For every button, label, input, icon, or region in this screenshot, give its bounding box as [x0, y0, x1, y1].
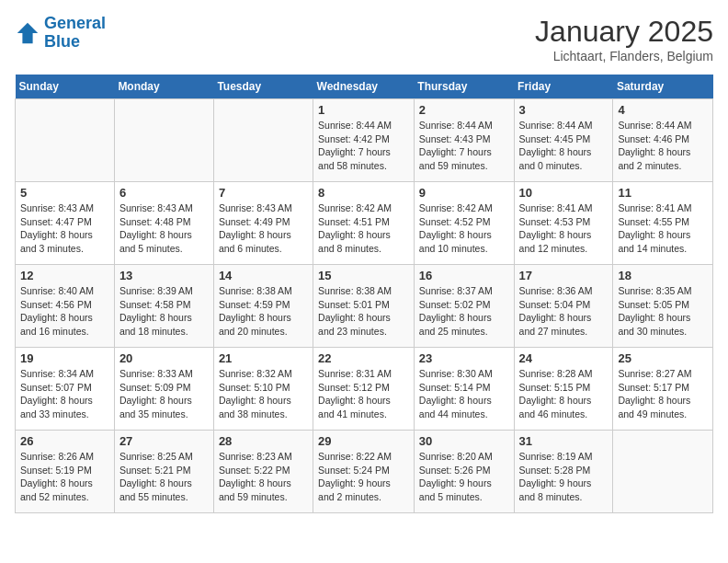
day-info: Sunrise: 8:19 AM Sunset: 5:28 PM Dayligh… [519, 450, 609, 504]
day-number: 14 [219, 269, 308, 282]
calendar-cell: 8Sunrise: 8:42 AM Sunset: 4:51 PM Daylig… [313, 182, 415, 265]
day-number: 28 [219, 434, 308, 448]
day-number: 23 [419, 351, 509, 365]
day-number: 3 [519, 103, 609, 117]
calendar-week-3: 12Sunrise: 8:40 AM Sunset: 4:56 PM Dayli… [16, 265, 713, 348]
day-number: 31 [519, 434, 609, 448]
calendar-cell: 17Sunrise: 8:36 AM Sunset: 5:04 PM Dayli… [514, 265, 613, 348]
day-info: Sunrise: 8:35 AM Sunset: 5:05 PM Dayligh… [618, 284, 708, 339]
weekday-header-row: SundayMondayTuesdayWednesdayThursdayFrid… [16, 75, 713, 99]
calendar-cell: 11Sunrise: 8:41 AM Sunset: 4:55 PM Dayli… [613, 182, 713, 265]
page-header: General Blue January 2025 Lichtaart, Fla… [15, 15, 713, 63]
weekday-header-tuesday: Tuesday [213, 75, 313, 99]
day-info: Sunrise: 8:43 AM Sunset: 4:47 PM Dayligh… [20, 201, 109, 256]
calendar-cell: 10Sunrise: 8:41 AM Sunset: 4:53 PM Dayli… [514, 182, 613, 265]
day-number: 22 [318, 351, 409, 365]
calendar-cell: 23Sunrise: 8:30 AM Sunset: 5:14 PM Dayli… [414, 348, 514, 431]
day-number: 2 [419, 103, 509, 117]
day-number: 25 [618, 351, 708, 365]
day-info: Sunrise: 8:31 AM Sunset: 5:12 PM Dayligh… [318, 367, 409, 421]
calendar-cell: 27Sunrise: 8:25 AM Sunset: 5:21 PM Dayli… [114, 431, 213, 513]
day-number: 1 [318, 103, 409, 117]
day-info: Sunrise: 8:38 AM Sunset: 5:01 PM Dayligh… [318, 284, 409, 339]
day-number: 11 [618, 186, 708, 200]
calendar-cell: 4Sunrise: 8:44 AM Sunset: 4:46 PM Daylig… [613, 99, 713, 182]
day-number: 8 [318, 186, 409, 200]
day-info: Sunrise: 8:36 AM Sunset: 5:04 PM Dayligh… [519, 284, 609, 339]
calendar-cell: 18Sunrise: 8:35 AM Sunset: 5:05 PM Dayli… [613, 265, 713, 348]
calendar-cell: 24Sunrise: 8:28 AM Sunset: 5:15 PM Dayli… [514, 348, 613, 431]
day-number: 30 [419, 434, 509, 448]
calendar-week-5: 26Sunrise: 8:26 AM Sunset: 5:19 PM Dayli… [16, 431, 713, 513]
day-info: Sunrise: 8:23 AM Sunset: 5:22 PM Dayligh… [219, 450, 308, 504]
day-number: 17 [519, 269, 609, 282]
day-info: Sunrise: 8:25 AM Sunset: 5:21 PM Dayligh… [119, 450, 209, 504]
day-number: 27 [119, 434, 209, 448]
day-number: 10 [519, 186, 609, 200]
day-info: Sunrise: 8:44 AM Sunset: 4:42 PM Dayligh… [318, 119, 409, 173]
day-info: Sunrise: 8:42 AM Sunset: 4:51 PM Dayligh… [318, 201, 409, 256]
weekday-header-friday: Friday [514, 75, 613, 99]
calendar-cell [613, 431, 713, 513]
day-number: 19 [20, 351, 109, 365]
day-info: Sunrise: 8:40 AM Sunset: 4:56 PM Dayligh… [20, 284, 109, 339]
svg-marker-0 [17, 23, 38, 43]
day-info: Sunrise: 8:41 AM Sunset: 4:55 PM Dayligh… [618, 201, 708, 256]
calendar-cell: 30Sunrise: 8:20 AM Sunset: 5:26 PM Dayli… [414, 431, 514, 513]
day-number: 9 [419, 186, 509, 200]
calendar-cell: 13Sunrise: 8:39 AM Sunset: 4:58 PM Dayli… [114, 265, 213, 348]
day-number: 7 [219, 186, 308, 200]
calendar-cell: 21Sunrise: 8:32 AM Sunset: 5:10 PM Dayli… [213, 348, 313, 431]
calendar-cell: 2Sunrise: 8:44 AM Sunset: 4:43 PM Daylig… [414, 99, 514, 182]
day-number: 4 [618, 103, 708, 117]
day-number: 29 [318, 434, 409, 448]
weekday-header-thursday: Thursday [414, 75, 514, 99]
calendar-week-4: 19Sunrise: 8:34 AM Sunset: 5:07 PM Dayli… [16, 348, 713, 431]
day-number: 21 [219, 351, 308, 365]
day-info: Sunrise: 8:44 AM Sunset: 4:45 PM Dayligh… [519, 119, 609, 173]
day-number: 13 [119, 269, 209, 282]
day-info: Sunrise: 8:43 AM Sunset: 4:48 PM Dayligh… [119, 201, 209, 256]
calendar-subtitle: Lichtaart, Flanders, Belgium [535, 49, 713, 63]
calendar-cell: 29Sunrise: 8:22 AM Sunset: 5:24 PM Dayli… [313, 431, 415, 513]
calendar-cell: 26Sunrise: 8:26 AM Sunset: 5:19 PM Dayli… [16, 431, 115, 513]
calendar-cell: 12Sunrise: 8:40 AM Sunset: 4:56 PM Dayli… [16, 265, 115, 348]
day-number: 6 [119, 186, 209, 200]
calendar-table: SundayMondayTuesdayWednesdayThursdayFrid… [15, 75, 713, 513]
day-number: 20 [119, 351, 209, 365]
calendar-cell: 1Sunrise: 8:44 AM Sunset: 4:42 PM Daylig… [313, 99, 415, 182]
day-number: 24 [519, 351, 609, 365]
day-info: Sunrise: 8:20 AM Sunset: 5:26 PM Dayligh… [419, 450, 509, 504]
calendar-cell: 20Sunrise: 8:33 AM Sunset: 5:09 PM Dayli… [114, 348, 213, 431]
weekday-header-sunday: Sunday [16, 75, 115, 99]
day-info: Sunrise: 8:44 AM Sunset: 4:46 PM Dayligh… [618, 119, 708, 173]
weekday-header-saturday: Saturday [613, 75, 713, 99]
calendar-week-1: 1Sunrise: 8:44 AM Sunset: 4:42 PM Daylig… [16, 99, 713, 182]
day-number: 12 [20, 269, 109, 282]
day-info: Sunrise: 8:34 AM Sunset: 5:07 PM Dayligh… [20, 367, 109, 421]
day-info: Sunrise: 8:43 AM Sunset: 4:49 PM Dayligh… [219, 201, 308, 256]
weekday-header-monday: Monday [114, 75, 213, 99]
day-info: Sunrise: 8:26 AM Sunset: 5:19 PM Dayligh… [20, 450, 109, 504]
day-info: Sunrise: 8:38 AM Sunset: 4:59 PM Dayligh… [219, 284, 308, 339]
calendar-cell: 31Sunrise: 8:19 AM Sunset: 5:28 PM Dayli… [514, 431, 613, 513]
day-number: 15 [318, 269, 409, 282]
calendar-title: January 2025 [535, 15, 713, 49]
day-info: Sunrise: 8:42 AM Sunset: 4:52 PM Dayligh… [419, 201, 509, 256]
day-number: 5 [20, 186, 109, 200]
calendar-cell: 25Sunrise: 8:27 AM Sunset: 5:17 PM Dayli… [613, 348, 713, 431]
day-number: 16 [419, 269, 509, 282]
calendar-cell [213, 99, 313, 182]
day-info: Sunrise: 8:27 AM Sunset: 5:17 PM Dayligh… [618, 367, 708, 421]
logo-icon [15, 20, 40, 46]
calendar-cell: 6Sunrise: 8:43 AM Sunset: 4:48 PM Daylig… [114, 182, 213, 265]
day-number: 18 [618, 269, 708, 282]
day-info: Sunrise: 8:33 AM Sunset: 5:09 PM Dayligh… [119, 367, 209, 421]
day-info: Sunrise: 8:44 AM Sunset: 4:43 PM Dayligh… [419, 119, 509, 173]
calendar-cell: 7Sunrise: 8:43 AM Sunset: 4:49 PM Daylig… [213, 182, 313, 265]
day-info: Sunrise: 8:32 AM Sunset: 5:10 PM Dayligh… [219, 367, 308, 421]
calendar-cell: 19Sunrise: 8:34 AM Sunset: 5:07 PM Dayli… [16, 348, 115, 431]
calendar-cell: 15Sunrise: 8:38 AM Sunset: 5:01 PM Dayli… [313, 265, 415, 348]
day-info: Sunrise: 8:39 AM Sunset: 4:58 PM Dayligh… [119, 284, 209, 339]
logo: General Blue [15, 15, 106, 52]
